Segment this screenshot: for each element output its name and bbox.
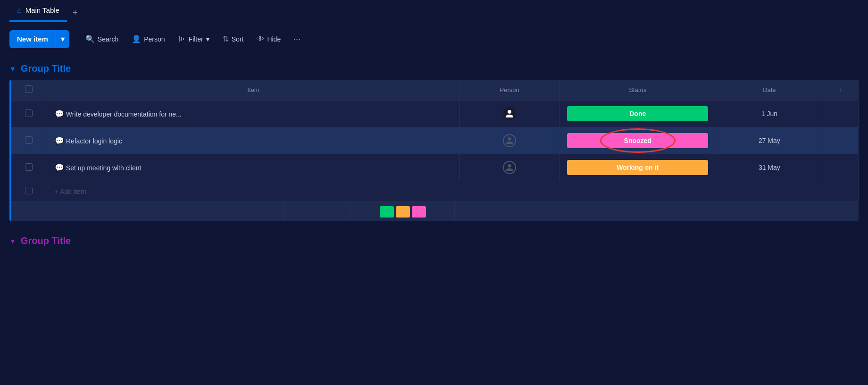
row3-status-cell[interactable]: Working on it (559, 154, 716, 181)
new-item-button[interactable]: New item ▾ (9, 30, 69, 48)
add-item-row[interactable]: + Add item (11, 181, 859, 202)
row1-person-cell[interactable] (460, 100, 559, 127)
row1-item-text: Write developer documentation for ne... (66, 110, 182, 118)
group1-table: Item Person Status Date + 💬 Wri (11, 80, 859, 202)
header-date: Date (716, 80, 823, 100)
row2-person-cell[interactable] (460, 127, 559, 154)
add-tab-button[interactable]: + (67, 4, 83, 22)
search-icon: 🔍 (85, 34, 95, 43)
new-item-label: New item (9, 30, 56, 48)
group1-title: Group Title (21, 63, 71, 74)
row1-checkbox[interactable] (25, 109, 33, 117)
person-button[interactable]: 👤 Person (127, 31, 169, 47)
home-icon: ⌂ (17, 6, 22, 15)
row2-avatar (503, 134, 516, 147)
header-add-col[interactable]: + (823, 80, 858, 100)
row2-snoozed-wrapper: Snoozed (567, 133, 708, 148)
table-header-row: Item Person Status Date + (11, 80, 859, 100)
filter-button[interactable]: ⫸ Filter ▾ (174, 31, 214, 47)
row2-checkbox[interactable] (25, 136, 33, 144)
row3-person-cell[interactable] (460, 154, 559, 181)
row3-add-cell (823, 154, 858, 181)
table-row: 💬 Set up meeting with client Working on … (11, 154, 859, 181)
row1-date-cell: 1 Jun (716, 100, 823, 127)
row1-add-cell (823, 100, 858, 127)
group1-collapse-button[interactable]: ▼ (9, 65, 16, 73)
group2-title: Group Title (21, 235, 71, 246)
row2-add-cell (823, 127, 858, 154)
row2-item-cell[interactable]: 💬 Refactor login logic (47, 127, 459, 154)
row1-comment-icon[interactable]: 💬 (55, 110, 64, 118)
filter-dropdown-arrow: ▾ (206, 35, 209, 43)
add-item-cell[interactable]: + Add item (47, 181, 858, 202)
summary-add (526, 202, 549, 221)
row1-status-badge: Done (567, 106, 708, 121)
row2-item-text: Refactor login logic (66, 137, 122, 145)
sort-icon: ⇅ (223, 34, 229, 43)
sort-label: Sort (232, 35, 244, 43)
group2-collapse-button[interactable]: ▼ (9, 237, 16, 245)
select-all-checkbox[interactable] (25, 85, 33, 93)
table-row: 💬 Refactor login logic Snoozed (11, 127, 859, 154)
person-label: Person (144, 35, 165, 43)
group1-table-wrapper: Item Person Status Date + 💬 Wri (9, 80, 859, 221)
group1-summary-row (11, 202, 859, 221)
sort-button[interactable]: ⇅ Sort (218, 31, 249, 47)
summary-spacer (11, 202, 285, 221)
summary-date (455, 202, 526, 221)
row2-checkbox-cell (11, 127, 47, 154)
row3-checkbox-cell (11, 154, 47, 181)
group1-section: ▼ Group Title Item Person Status Date + (0, 56, 868, 221)
hide-button[interactable]: 👁 Hide (252, 31, 285, 47)
new-item-dropdown-arrow[interactable]: ▾ (56, 30, 69, 48)
row3-item-text: Set up meeting with client (66, 164, 142, 172)
tab-bar: ⌂ Main Table + (0, 0, 868, 22)
tab-title: Main Table (25, 6, 59, 14)
more-options-button[interactable]: ··· (289, 30, 305, 48)
filter-label: Filter (189, 35, 203, 43)
row3-status-badge: Working on it (567, 160, 708, 175)
hide-label: Hide (267, 35, 281, 43)
row3-date-cell: 31 May (716, 154, 823, 181)
hide-icon: 👁 (257, 35, 264, 43)
main-table-tab[interactable]: ⌂ Main Table (9, 0, 67, 22)
row2-comment-icon[interactable]: 💬 (55, 137, 64, 145)
row3-checkbox[interactable] (25, 163, 33, 171)
row1-checkbox-cell (11, 100, 47, 127)
header-person: Person (460, 80, 559, 100)
row3-avatar (503, 161, 516, 174)
summary-dot-orange (396, 206, 410, 218)
add-item-checkbox[interactable] (25, 187, 33, 194)
header-checkbox-cell (11, 80, 47, 100)
group1-header: ▼ Group Title (9, 63, 859, 74)
toolbar: New item ▾ 🔍 Search 👤 Person ⫸ Filter ▾ … (0, 22, 868, 56)
summary-person (285, 202, 351, 221)
row1-status-cell[interactable]: Done (559, 100, 716, 127)
filter-icon: ⫸ (178, 35, 186, 43)
add-item-checkbox-cell (11, 181, 47, 202)
row1-avatar (503, 107, 516, 120)
summary-dot-green (380, 206, 394, 218)
search-button[interactable]: 🔍 Search (81, 31, 123, 47)
person-icon: 👤 (132, 34, 141, 43)
row1-item-cell[interactable]: 💬 Write developer documentation for ne..… (47, 100, 459, 127)
row2-status-cell[interactable]: Snoozed (559, 127, 716, 154)
header-status: Status (559, 80, 716, 100)
row3-item-cell[interactable]: 💬 Set up meeting with client (47, 154, 459, 181)
summary-dot-pink (412, 206, 426, 218)
row3-comment-icon[interactable]: 💬 (55, 164, 64, 172)
row2-date-cell: 27 May (716, 127, 823, 154)
table-row: 💬 Write developer documentation for ne..… (11, 100, 859, 127)
search-label: Search (98, 35, 118, 43)
row2-status-badge: Snoozed (567, 133, 708, 148)
header-item: Item (47, 80, 459, 100)
summary-status (351, 202, 455, 221)
group2-section: ▼ Group Title (0, 221, 868, 246)
group2-header: ▼ Group Title (9, 235, 859, 246)
